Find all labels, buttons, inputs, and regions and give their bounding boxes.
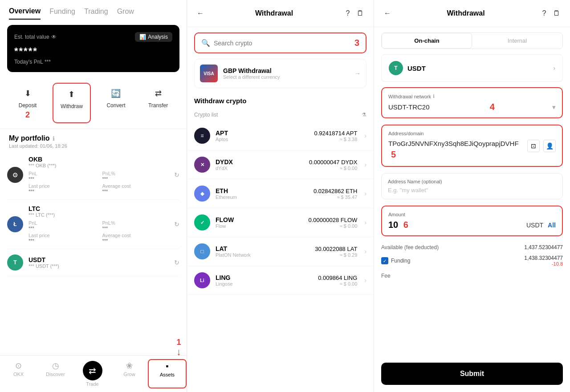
search-bar[interactable]: 🔍 3 [194, 32, 366, 53]
crypto-list-header: Crypto list ⚗ [187, 108, 374, 121]
gbp-info: GBP Withdrawal Select a different curren… [223, 67, 349, 80]
middle-title: Withdrawal [207, 9, 342, 17]
okx-icon: ⊙ [15, 361, 22, 371]
history-icon[interactable]: 🗒 [354, 7, 366, 20]
gbp-withdrawal-card[interactable]: VISA GBP Withdrawal Select a different c… [194, 59, 366, 88]
usdt-refresh-icon[interactable]: ↻ [174, 259, 179, 266]
search-input[interactable] [214, 40, 348, 47]
funding-row: ✓ Funding 1,438.32304477 -10.8 [381, 252, 563, 269]
dydx-info: DYDX dYdX [216, 158, 304, 171]
deposit-button[interactable]: ⬇ Deposit 2 [12, 83, 44, 123]
eth-amount: 0.02842862 ETH ≈ $ 35.47 [314, 188, 357, 200]
transfer-button[interactable]: ⇄ Transfer [141, 83, 175, 123]
tab-overview[interactable]: Overview [9, 7, 41, 20]
address-field[interactable]: Address/domain TPoGrJ5NVNFXny3Sqh8EJiQoy… [381, 125, 563, 167]
transfer-label: Transfer [148, 102, 168, 109]
convert-button[interactable]: 🔄 Convert [99, 83, 132, 123]
gbp-sub: Select a different currency [223, 74, 349, 80]
portfolio-header: My portfolio ℹ Last updated: 01/06, 18:2… [0, 129, 187, 150]
funding-name: Funding [391, 258, 521, 264]
tab-trading[interactable]: Trading [84, 8, 108, 19]
eth-info: ETH Ethereum [216, 187, 308, 200]
ltc-refresh-icon[interactable]: ↻ [174, 221, 179, 228]
network-value: USDT-TRC20 4 ▾ [388, 102, 556, 112]
list-item[interactable]: ◆ ETH Ethereum 0.02842862 ETH ≈ $ 35.47 … [187, 179, 374, 208]
funding-checkbox[interactable]: ✓ [381, 257, 388, 264]
list-item[interactable]: ⊙ OKB *** OKB (***) PnL *** PnL% *** Las… [7, 150, 179, 200]
submit-button[interactable]: Submit [381, 363, 563, 385]
withdrawal-form: Withdrawal network ℹ USDT-TRC20 4 ▾ Addr… [374, 87, 570, 356]
available-row: Available (fee deducted) 1,437.52304477 [381, 242, 563, 252]
filter-icon[interactable]: ⚗ [362, 112, 366, 118]
ltc-avatar: Ł [7, 216, 23, 232]
portfolio-banner: Est. total value 👁 📊 Analysis ***** Toda… [7, 25, 179, 72]
lat-row-arrow: › [364, 248, 366, 255]
portfolio-list: ⊙ OKB *** OKB (***) PnL *** PnL% *** Las… [0, 150, 187, 355]
right-back-icon[interactable]: ← [381, 7, 394, 20]
dydx-amount: 0.00000047 DYDX ≈ $ 0.00 [309, 159, 357, 171]
ling-amount: 0.009864 LING ≈ $ 0.00 [318, 275, 357, 287]
address-book-icon[interactable]: 👤 [543, 140, 556, 152]
nav-item-discover[interactable]: ◷ Discover [37, 359, 74, 388]
address-label: Address/domain [388, 131, 556, 136]
ling-avatar: Li [194, 272, 210, 288]
withdraw-crypto-title: Withdraw crypto [187, 93, 374, 108]
list-item[interactable]: ✕ DYDX dYdX 0.00000047 DYDX ≈ $ 0.00 › [187, 150, 374, 179]
right-header: ← Withdrawal ? 🗒 [374, 0, 570, 27]
nav-tabs: Overview Funding Trading Grow [0, 0, 187, 20]
list-item[interactable]: Li LING Lingose 0.009864 LING ≈ $ 0.00 › [187, 266, 374, 295]
middle-header: ← Withdrawal ? 🗒 [187, 0, 374, 27]
back-icon[interactable]: ← [194, 7, 207, 20]
trade-icon: ⇄ [83, 361, 102, 380]
analysis-button[interactable]: 📊 Analysis [135, 32, 172, 42]
grow-label: Grow [123, 372, 135, 377]
trade-label: Trade [86, 381, 98, 387]
nav-item-okx[interactable]: ⊙ OKX [0, 359, 37, 388]
list-item[interactable]: ≡ APT Aptos 0.92418714 APT ≈ $ 3.38 › [187, 121, 374, 150]
qr-scan-icon[interactable]: ⊡ [527, 140, 540, 152]
tab-on-chain[interactable]: On-chain [382, 33, 472, 48]
gbp-title: GBP Withdrawal [223, 67, 349, 74]
left-panel: Overview Funding Trading Grow Est. total… [0, 0, 187, 392]
right-help-icon[interactable]: ? [538, 7, 550, 20]
coin-list: ≡ APT Aptos 0.92418714 APT ≈ $ 3.38 › ✕ … [187, 121, 374, 392]
tab-internal[interactable]: Internal [472, 33, 562, 48]
apt-info: APT Aptos [216, 129, 309, 142]
right-history-icon[interactable]: 🗒 [550, 7, 563, 20]
list-item[interactable]: □ LAT PlatON Network 30.0022088 LAT ≈ $ … [187, 237, 374, 266]
amount-all-button[interactable]: All [548, 222, 556, 229]
usdt-asset-row[interactable]: T USDT › [381, 54, 563, 82]
eth-row-arrow: › [364, 190, 366, 197]
fee-row: Fee [381, 269, 563, 283]
network-field[interactable]: Withdrawal network ℹ USDT-TRC20 4 ▾ [381, 87, 563, 118]
lat-avatar: □ [194, 243, 210, 259]
dydx-row-arrow: › [364, 161, 366, 168]
tab-funding[interactable]: Funding [49, 8, 75, 19]
list-item[interactable]: T USDT *** USDT (***) ↻ [7, 249, 179, 276]
address-name-placeholder: E.g. "my wallet" [388, 187, 556, 194]
tab-grow[interactable]: Grow [117, 8, 134, 19]
amount-field[interactable]: Amount 10 6 USDT All [381, 206, 563, 236]
ling-info: LING Lingose [216, 274, 313, 287]
nav-item-grow[interactable]: ❀ Grow [111, 359, 148, 388]
transfer-icon: ⇄ [151, 86, 165, 101]
apt-avatar: ≡ [194, 128, 210, 144]
withdraw-button[interactable]: ⬆ Withdraw [53, 83, 91, 123]
grow-icon: ❀ [126, 361, 133, 371]
flow-row-arrow: › [364, 219, 366, 226]
flow-info: FLOW Flow [216, 216, 303, 229]
gbp-logo: VISA [200, 65, 218, 82]
submit-area: Submit [374, 356, 570, 392]
list-item[interactable]: Ł LTC *** LTC (***) PnL *** PnL% *** Las… [7, 200, 179, 249]
nav-item-assets[interactable]: 1 ↓ ▪ Assets [148, 359, 187, 388]
withdraw-icon: ⬆ [65, 87, 79, 101]
address-name-field[interactable]: Address Name (optional) E.g. "my wallet" [381, 173, 563, 199]
assets-icon: ▪ [166, 362, 168, 371]
nav-item-trade[interactable]: ⇄ Trade [74, 359, 111, 388]
convert-icon: 🔄 [109, 86, 123, 101]
okb-refresh-icon[interactable]: ↻ [174, 171, 179, 178]
help-icon[interactable]: ? [342, 7, 354, 20]
assets-label: Assets [160, 372, 175, 377]
list-item[interactable]: ✓ FLOW Flow 0.00000028 FLOW ≈ $ 0.00 › [187, 208, 374, 237]
annotation-1: 1 [176, 338, 181, 347]
